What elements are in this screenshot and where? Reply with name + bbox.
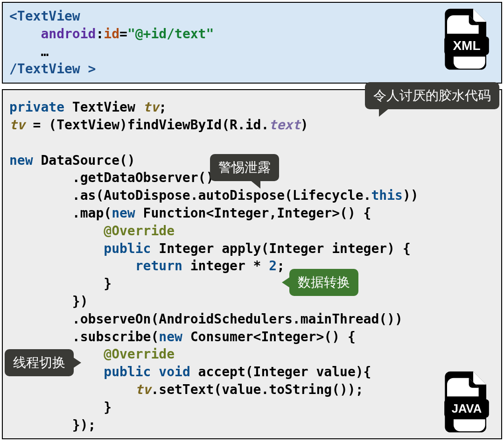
annotation-glue-code: 令人讨厌的胶水代码 — [365, 82, 499, 109]
annotation-leak-warning: 警惕泄露 — [210, 154, 279, 181]
java-code: private TextView tv; tv = (TextView)find… — [9, 98, 495, 434]
bubble-tail-icon — [379, 108, 389, 117]
bubble-tail-icon — [250, 180, 260, 189]
svg-text:JAVA: JAVA — [452, 402, 482, 415]
xml-code: <TextView android:id="@+id/text" … /Text… — [9, 7, 495, 78]
xml-file-icon: XML — [439, 7, 495, 72]
annotation-data-transform: 数据转换 — [289, 269, 358, 296]
java-file-icon: JAVA — [439, 369, 495, 435]
java-code-block: private TextView tv; tv = (TextView)find… — [2, 89, 502, 439]
annotation-thread-switch: 线程切换 — [5, 349, 74, 376]
xml-code-block: <TextView android:id="@+id/text" … /Text… — [2, 2, 502, 84]
svg-text:XML: XML — [453, 38, 480, 53]
bubble-tail-icon — [73, 357, 81, 368]
bubble-tail-icon — [282, 277, 290, 288]
